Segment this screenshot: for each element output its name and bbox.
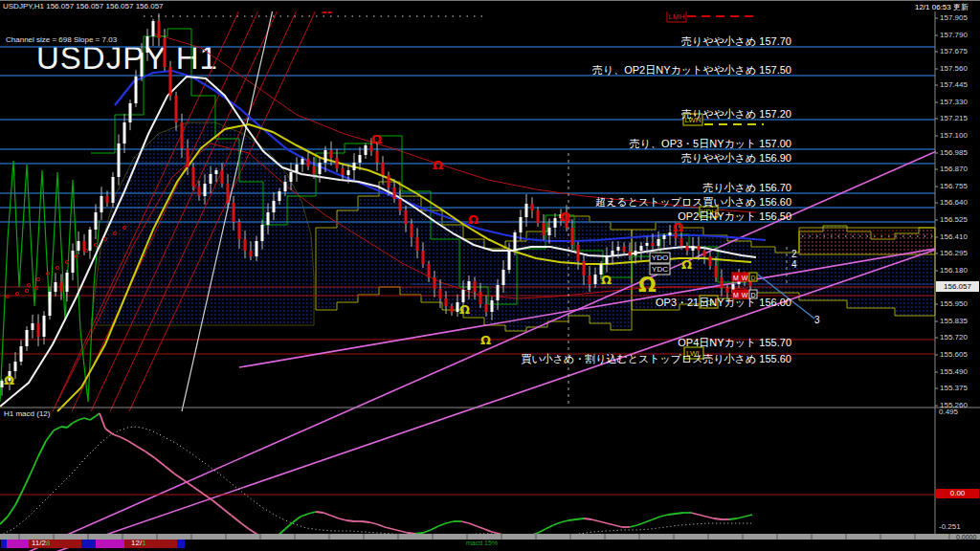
- price-axis-label: 157.445: [940, 80, 968, 89]
- macd-line-segment: [614, 525, 622, 527]
- price-annotation: 超えるとストップロス買い小さめ 156.60: [595, 195, 791, 209]
- macd-line-segment: [174, 474, 184, 480]
- timeframe-chip-label: D: [750, 275, 755, 281]
- price-annotation: OP4日NYカット 155.70: [678, 336, 791, 350]
- macd-line-segment: [0, 517, 8, 524]
- macd-signal-line: [0, 427, 751, 537]
- macd-line-segment: [415, 533, 423, 534]
- macd-line-segment: [469, 523, 477, 526]
- session-segment: [177, 540, 185, 548]
- price-axis-label: 156.640: [940, 198, 968, 207]
- macd-line-segment: [249, 529, 256, 534]
- macd-line-segment: [561, 520, 568, 522]
- omega-signal-yellow: Ω: [4, 373, 14, 387]
- last-update-timestamp: 12/1 06:53 更新: [915, 2, 969, 12]
- macd-line-segment: [145, 452, 155, 458]
- macd-indicator-label: H1 macd (12): [4, 409, 50, 418]
- macd-line-segment: [637, 522, 645, 525]
- macd-line-segment: [546, 525, 553, 529]
- red-dot-marker: [34, 286, 37, 289]
- macd-line-segment: [408, 533, 415, 534]
- macd-line-segment: [584, 518, 591, 519]
- macd-line-segment: [431, 526, 438, 530]
- macd-line-segment: [90, 416, 96, 420]
- macd-line-segment: [212, 500, 222, 508]
- macd-line-segment: [645, 519, 653, 522]
- price-axis-label: 157.330: [940, 98, 968, 106]
- macd-note-text: macd 15%: [466, 540, 498, 546]
- macd-line-segment: [676, 513, 683, 514]
- price-annotation: 売りやや小さめ 157.20: [681, 107, 791, 121]
- macd-line-segment: [155, 458, 165, 466]
- macd-line-segment: [193, 487, 203, 494]
- macd-line-segment: [15, 490, 23, 505]
- macd-line-segment: [591, 519, 599, 521]
- price-annotation: 売り、OP3・5日NYカット 157.00: [630, 137, 791, 151]
- red-dot-marker: [65, 260, 68, 263]
- macd-line-segment: [438, 523, 446, 526]
- macd-line-segment: [308, 512, 316, 514]
- macd-line-segment: [714, 518, 722, 519]
- omega-signal-yellow: Ω: [681, 257, 692, 272]
- macd-line-segment: [241, 523, 249, 529]
- macd-line-segment: [285, 522, 293, 529]
- timeframe-chip-label: W: [742, 275, 748, 281]
- macd-axis-top: 0.495: [939, 408, 958, 416]
- symbol-ohlc-readout: USDJPY,H1 156.057 156.057 156.057 156.05…: [3, 2, 164, 11]
- price-axis-label: 157.905: [940, 13, 968, 22]
- wave-count-number: 3: [814, 315, 820, 325]
- macd-line-segment: [737, 517, 745, 518]
- red-dot-marker: [56, 266, 58, 269]
- macd-line-segment: [668, 514, 676, 515]
- macd-line-segment: [301, 514, 308, 517]
- price-axis-label: 156.870: [940, 165, 968, 173]
- macd-line-segment: [553, 522, 561, 525]
- macd-line-segment: [100, 413, 105, 429]
- price-annotation: OP2日NYカット 156.50: [678, 209, 791, 224]
- price-annotation: 売りやや小さめ 157.70: [681, 34, 791, 49]
- price-annotation: 売り、OP2日NYカットやや小さめ 157.50: [592, 63, 791, 77]
- timeframe-chip-label: M: [733, 275, 739, 281]
- macd-line-segment: [369, 522, 377, 524]
- macd-current-value-box: 0.00: [936, 489, 979, 498]
- price-axis-label: 155.950: [940, 299, 968, 308]
- macd-line-segment: [568, 519, 576, 520]
- channel-info-label: Channel size = 698 Slope = 7.03: [6, 35, 117, 44]
- session-segment: [81, 540, 96, 548]
- price-axis-label: 156.755: [940, 182, 968, 190]
- price-axis-label: 155.605: [940, 350, 968, 359]
- omega-signal-red: Ω: [433, 158, 443, 172]
- macd-line-segment: [293, 517, 301, 522]
- red-dot-marker: [36, 277, 39, 280]
- ichimoku-cloud-future: [799, 228, 935, 254]
- session-segment: [1, 540, 7, 548]
- price-axis-label: 155.490: [940, 367, 968, 376]
- macd-line-segment: [346, 520, 354, 521]
- macd-line-segment: [691, 513, 699, 515]
- macd-line-segment: [392, 529, 400, 531]
- macd-line-segment: [729, 518, 737, 519]
- price-annotation: OP3・21日NYカット 156.00: [656, 296, 791, 310]
- macd-line-segment: [23, 474, 31, 490]
- red-dot-marker: [15, 292, 18, 295]
- macd-line-segment: [316, 512, 323, 513]
- macd-line-segment: [38, 441, 46, 456]
- macd-line-segment: [423, 530, 431, 533]
- session-date-label: 11/28: [32, 539, 50, 547]
- macd-line-segment: [54, 427, 61, 430]
- price-annotation: 売りやや小さめ 156.90: [681, 151, 791, 165]
- macd-line-segment: [121, 437, 128, 441]
- macd-line-segment: [461, 521, 469, 523]
- price-axis-label: 157.675: [940, 47, 968, 55]
- price-axis-label: 156.410: [940, 232, 968, 241]
- price-axis-label: 156.985: [940, 148, 968, 157]
- current-price-box: 156.057: [936, 281, 979, 292]
- macd-line-segment: [165, 466, 174, 474]
- session-segment: [96, 540, 124, 548]
- macd-line-segment: [745, 515, 752, 517]
- macd-line-segment: [31, 456, 38, 474]
- macd-line-segment: [331, 516, 339, 518]
- price-axis-label: 156.295: [940, 249, 968, 257]
- macd-line-segment: [61, 427, 67, 428]
- chart-canvas[interactable]: ΩΩΩΩΩΩΩΩΩΩΩΩLMHLWHYDHYDOYDCYDLLWLMWDMWD2…: [0, 0, 980, 551]
